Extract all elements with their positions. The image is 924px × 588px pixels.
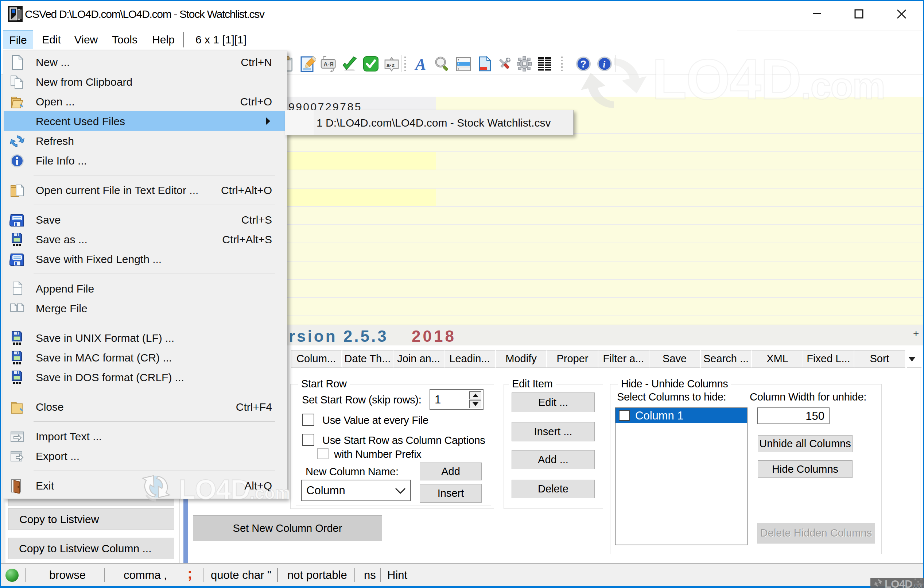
svg-text:A: A: [414, 56, 426, 72]
svg-text:a·z: a·z: [386, 62, 395, 68]
svg-text:A-Я: A-Я: [323, 61, 334, 68]
